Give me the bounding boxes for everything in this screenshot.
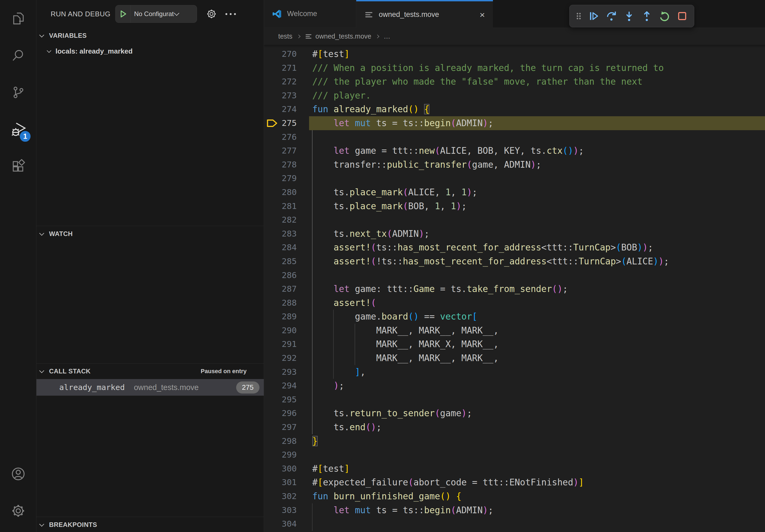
code-line-296[interactable]: 296 ts.return_to_sender(game); <box>264 406 765 420</box>
activity-item-run-debug[interactable]: 1 <box>0 111 36 148</box>
line-number: 297 <box>280 420 297 434</box>
code-line-297[interactable]: 297 ts.end(); <box>264 420 765 434</box>
line-number: 278 <box>280 158 297 172</box>
gear-icon <box>206 8 217 20</box>
step-out-button[interactable] <box>638 8 655 25</box>
code-line-275[interactable]: 275 let mut ts = ts::begin(ADMIN); <box>264 116 765 130</box>
code-line-276[interactable]: 276 <box>264 130 765 144</box>
code-line-298[interactable]: 298} <box>264 434 765 448</box>
code-line-281[interactable]: 281 ts.place_mark(BOB, 1, 1); <box>264 199 765 213</box>
tab-owned-tests-move[interactable]: owned_tests.move × <box>356 0 493 28</box>
activity-item-source-control[interactable] <box>0 74 36 111</box>
glyph-margin <box>264 254 280 268</box>
watch-header[interactable]: WATCH <box>36 226 264 242</box>
breadcrumb-folder[interactable]: tests <box>278 32 293 40</box>
code-line-272[interactable]: 272/// the player who made the "false" m… <box>264 75 765 89</box>
line-content: MARK__, MARK_X, MARK__, <box>309 337 765 351</box>
call-stack-section: CALL STACK Paused on entry already_marke… <box>36 363 264 517</box>
line-number: 280 <box>280 185 297 199</box>
tab-bar: Welcome owned_tests.move × <box>264 0 765 28</box>
current-stackframe-marker <box>264 116 280 130</box>
line-content: /// player. <box>309 89 765 103</box>
line-number: 282 <box>280 213 297 227</box>
close-icon[interactable]: × <box>479 10 485 19</box>
pause-reason-status: Paused on entry <box>201 368 253 375</box>
code-line-273[interactable]: 273/// player. <box>264 89 765 103</box>
glyph-margin <box>264 144 280 158</box>
code-line-271[interactable]: 271/// When a position is already marked… <box>264 61 765 75</box>
code-line-295[interactable]: 295 <box>264 393 765 406</box>
code-editor[interactable]: 270#[test]271/// When a position is alre… <box>264 45 765 532</box>
line-number: 287 <box>280 282 297 296</box>
continue-button[interactable] <box>585 8 602 25</box>
variables-scope-locals[interactable]: locals: already_marked <box>36 43 264 59</box>
settings-gear-icon <box>11 503 26 518</box>
more-actions-icon[interactable] <box>226 13 236 15</box>
launch-settings-button[interactable] <box>206 8 217 20</box>
code-line-291[interactable]: 291 MARK__, MARK_X, MARK__, <box>264 337 765 351</box>
activity-item-search[interactable] <box>0 37 36 74</box>
code-line-274[interactable]: 274fun already_marked() { <box>264 102 765 116</box>
line-content: let game: ttt::Game = ts.take_from_sende… <box>309 282 765 296</box>
debug-config-dropdown[interactable]: No Configurations <box>115 5 197 23</box>
line-number: 284 <box>280 241 297 254</box>
step-into-button[interactable] <box>620 8 638 25</box>
activity-bar-bottom <box>0 455 36 532</box>
activity-item-settings[interactable] <box>0 492 36 529</box>
indent-guide <box>312 517 313 531</box>
code-line-283[interactable]: 283 ts.next_tx(ADMIN); <box>264 227 765 241</box>
code-line-286[interactable]: 286 <box>264 268 765 282</box>
variables-header[interactable]: VARIABLES <box>36 28 264 43</box>
breadcrumb-file[interactable]: owned_tests.move <box>316 32 371 40</box>
line-number: 290 <box>280 324 297 338</box>
activity-item-extensions[interactable] <box>0 148 36 185</box>
code-line-285[interactable]: 285 assert!(!ts::has_most_recent_for_add… <box>264 254 765 268</box>
call-stack-header[interactable]: CALL STACK Paused on entry <box>36 364 264 379</box>
activity-item-account[interactable] <box>0 455 36 492</box>
code-line-289[interactable]: 289 game.board() == vector[ <box>264 310 765 324</box>
glyph-margin <box>264 75 280 89</box>
code-line-284[interactable]: 284 assert!(ts::has_most_recent_for_addr… <box>264 241 765 254</box>
activity-item-explorer[interactable] <box>0 0 36 37</box>
scope-label: locals: already_marked <box>56 47 133 56</box>
tab-welcome[interactable]: Welcome <box>264 0 356 28</box>
code-line-270[interactable]: 270#[test] <box>264 47 765 61</box>
line-number: 292 <box>280 351 297 365</box>
breakpoints-header[interactable]: BREAKPOINTS <box>36 517 264 532</box>
restart-button[interactable] <box>656 8 673 25</box>
code-line-278[interactable]: 278 transfer::public_transfer(game, ADMI… <box>264 158 765 172</box>
current-stackframe-icon <box>266 119 278 128</box>
code-line-287[interactable]: 287 let game: ttt::Game = ts.take_from_s… <box>264 282 765 296</box>
code-line-293[interactable]: 293 ], <box>264 365 765 379</box>
code-line-279[interactable]: 279 <box>264 171 765 185</box>
code-line-294[interactable]: 294 ); <box>264 379 765 393</box>
glyph-margin <box>264 420 280 434</box>
code-line-300[interactable]: 300#[test] <box>264 462 765 476</box>
code-line-304[interactable]: 304 <box>264 517 765 531</box>
stop-button[interactable] <box>674 8 691 25</box>
breadcrumb-symbol-ellipsis[interactable]: … <box>383 32 391 40</box>
code-line-292[interactable]: 292 MARK__, MARK__, MARK__, <box>264 351 765 365</box>
code-line-277[interactable]: 277 let game = ttt::new(ALICE, BOB, KEY,… <box>264 144 765 158</box>
stack-frame-row[interactable]: already_marked owned_tests.move 275 <box>36 379 264 396</box>
line-number: 288 <box>280 296 297 310</box>
debug-start-button[interactable] <box>116 5 131 23</box>
code-line-290[interactable]: 290 MARK__, MARK__, MARK__, <box>264 324 765 338</box>
toolbar-gripper-icon[interactable] <box>573 8 585 25</box>
step-over-button[interactable] <box>603 8 620 25</box>
breakpoints-label: BREAKPOINTS <box>49 521 97 529</box>
stack-frame-line-badge: 275 <box>236 382 260 394</box>
line-content: ts.place_mark(BOB, 1, 1); <box>309 199 765 213</box>
code-line-280[interactable]: 280 ts.place_mark(ALICE, 1, 1); <box>264 185 765 199</box>
active-indent-guide <box>312 213 313 227</box>
code-line-299[interactable]: 299 <box>264 448 765 462</box>
code-line-288[interactable]: 288 assert!( <box>264 296 765 310</box>
watch-label: WATCH <box>49 230 73 238</box>
active-indent-guide <box>312 171 313 185</box>
code-line-303[interactable]: 303 let mut ts = ts::begin(ADMIN); <box>264 503 765 517</box>
code-line-301[interactable]: 301#[expected_failure(abort_code = ttt::… <box>264 475 765 489</box>
code-line-302[interactable]: 302fun burn_unfinished_game() { <box>264 489 765 503</box>
code-line-282[interactable]: 282 <box>264 213 765 227</box>
line-content: ], <box>309 365 765 379</box>
breakpoints-section: BREAKPOINTS <box>36 517 264 532</box>
